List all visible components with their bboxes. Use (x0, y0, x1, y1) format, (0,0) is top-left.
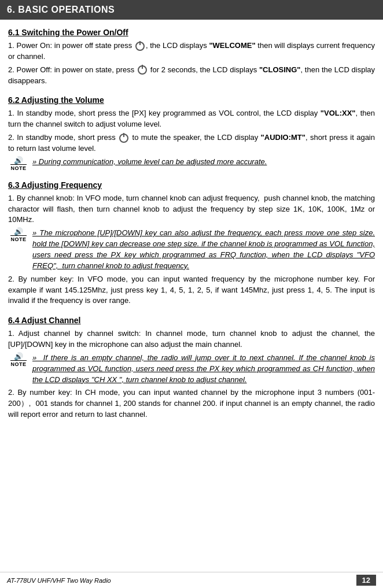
para-num: 1. (8, 109, 14, 117)
section-6-4-para-1: 1. Adjust channel by channel switch: In … (8, 328, 375, 350)
para-num: 1. (8, 329, 14, 338)
speaker-icon: 🔊 (14, 157, 23, 164)
note-icon-6-3: 🔊 NOTE (8, 228, 29, 242)
spacer-3 (8, 309, 375, 313)
section-6-4-para-2: 2. By number key: In CH mode, you can in… (8, 387, 375, 420)
note-icon-6-2: 🔊 NOTE (8, 157, 29, 171)
para-num: 2. (8, 388, 14, 397)
power-icon-mute (119, 134, 128, 143)
header-title: 6. BASIC OPERATIONS (7, 5, 115, 14)
section-6-2-para-1: 1. In standby mode, short press the [PX]… (8, 108, 375, 130)
power-icon-off (138, 65, 147, 75)
section-6-2-para-2: 2. In standby mode, short press to mute … (8, 132, 375, 154)
section-6-3: 6.3 Adjusting Frequency 1. By channel kn… (8, 180, 375, 306)
section-6-2-note: 🔊 NOTE » During communication, volume le… (8, 157, 375, 171)
note-label-6-4: NOTE (10, 360, 26, 367)
section-6-3-para-1: 1. By channel knob: In VFO mode, turn ch… (8, 193, 375, 226)
spacer-1 (8, 88, 375, 93)
note-icon-6-4: 🔊 NOTE (8, 353, 29, 367)
note-label-6-3: NOTE (10, 235, 26, 242)
section-6-1-para-2: 2. Power Off: in power on state, press f… (8, 65, 375, 87)
closing-text: "CLOSING" (259, 65, 301, 74)
footer-left-text: AT-778UV UHF/VHF Two Way Radio (7, 577, 111, 584)
section-6-2: 6.2 Adjusting the Volume 1. In standby m… (8, 95, 375, 171)
section-6-2-title: 6.2 Adjusting the Volume (8, 95, 375, 105)
para-num: 2. (8, 65, 14, 74)
audio-mt-text: "AUDIO:MT" (261, 133, 305, 142)
power-icon-on (135, 42, 145, 51)
speaker-icon-6-4: 🔊 (14, 353, 23, 360)
welcome-text: "WELCOME" (209, 41, 255, 50)
page-footer: AT-778UV UHF/VHF Two Way Radio 12 (0, 572, 383, 588)
section-6-3-note: 🔊 NOTE » The microphone [UP]/[DOWN] key … (8, 228, 375, 271)
section-6-1: 6.1 Switching the Power On/Off 1. Power … (8, 28, 375, 86)
note-text-6-4: » If there is an empty channel, the radi… (32, 353, 375, 386)
section-6-4-title: 6.4 Adjust Channel (8, 316, 375, 325)
section-6-4-note: 🔊 NOTE » If there is an empty channel, t… (8, 353, 375, 386)
page-header: 6. BASIC OPERATIONS (0, 0, 383, 20)
note-text-6-2: » During communication, volume level can… (32, 157, 267, 168)
section-6-3-title: 6.3 Adjusting Frequency (8, 180, 375, 190)
section-6-1-title: 6.1 Switching the Power On/Off (8, 28, 375, 37)
section-6-4: 6.4 Adjust Channel 1. Adjust channel by … (8, 316, 375, 420)
note-text-6-3: » The microphone [UP]/[DOWN] key can als… (32, 228, 375, 271)
para-num: 2. (8, 275, 14, 283)
para-num: 1. (8, 41, 14, 50)
section-6-1-para-1: 1. Power On: in power off state press , … (8, 40, 375, 62)
speaker-icon-6-3: 🔊 (14, 228, 23, 235)
spacer-2 (8, 173, 375, 178)
vol-xx-text: "VOL:XX" (321, 109, 356, 117)
section-6-3-para-2: 2. By number key: In VFO mode, you can i… (8, 274, 375, 307)
para-num: 1. (8, 194, 14, 202)
note-label-6-2: NOTE (10, 164, 26, 171)
para-num: 2. (8, 133, 14, 142)
footer-page-number: 12 (356, 575, 376, 586)
main-content: 6.1 Switching the Power On/Off 1. Power … (0, 20, 383, 428)
page-wrapper: 6. BASIC OPERATIONS 6.1 Switching the Po… (0, 0, 383, 428)
